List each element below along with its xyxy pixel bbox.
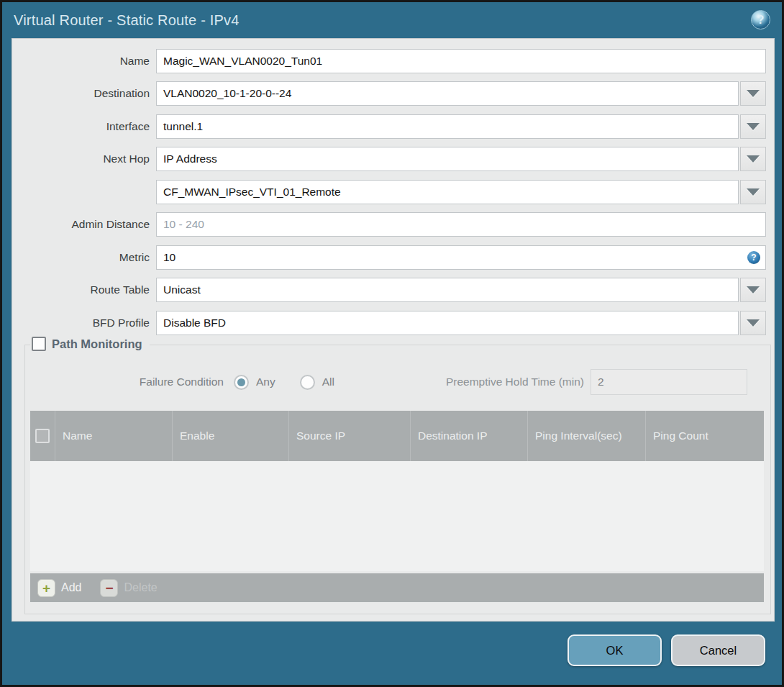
route-table-label: Route Table: [12, 278, 156, 302]
admin-distance-label: Admin Distance: [12, 212, 156, 237]
failure-condition-any-radio[interactable]: [234, 375, 249, 390]
form-panel: Name Destination Interface: [12, 38, 775, 622]
column-header-destination-ip: Destination IP: [411, 411, 528, 461]
preemptive-hold-label: Preemptive Hold Time (min): [446, 376, 591, 388]
column-header-name: Name: [55, 411, 173, 461]
name-row: Name: [12, 49, 766, 73]
metric-row: Metric ?: [12, 245, 766, 270]
admin-distance-row: Admin Distance: [12, 212, 766, 237]
failure-condition-label: Failure Condition: [25, 376, 225, 388]
add-button-label: Add: [61, 581, 81, 594]
chevron-down-icon: [747, 188, 760, 196]
column-header-enable: Enable: [173, 411, 289, 461]
interface-dropdown-button[interactable]: [740, 114, 766, 139]
next-hop-dropdown-button[interactable]: [740, 147, 766, 171]
bfd-profile-label: BFD Profile: [12, 311, 156, 335]
name-label: Name: [12, 49, 156, 73]
table-body: [30, 461, 764, 571]
minus-icon: −: [105, 581, 113, 595]
route-table-dropdown-button[interactable]: [740, 278, 766, 302]
failure-condition-all-label: All: [322, 376, 334, 388]
route-table-input[interactable]: [156, 278, 739, 302]
help-icon[interactable]: ?: [751, 10, 770, 29]
chevron-down-icon: [747, 319, 760, 327]
next-hop-type-input[interactable]: [156, 147, 739, 171]
destination-row: Destination: [12, 81, 766, 106]
select-all-checkbox[interactable]: [35, 429, 50, 443]
path-monitoring-checkbox[interactable]: [32, 337, 46, 351]
delete-button-label: Delete: [124, 581, 157, 594]
dialog-title: Virtual Router - Static Route - IPv4: [14, 2, 240, 38]
static-route-dialog: Virtual Router - Static Route - IPv4 ? N…: [0, 0, 784, 687]
table-toolbar: + Add − Delete: [30, 573, 764, 602]
chevron-down-icon: [747, 286, 760, 294]
destination-dropdown-button[interactable]: [740, 81, 766, 106]
bfd-profile-row: BFD Profile: [12, 311, 766, 335]
select-all-cell: [30, 411, 55, 461]
name-input[interactable]: [156, 49, 766, 73]
add-button[interactable]: + Add: [37, 579, 81, 597]
failure-condition-all-radio[interactable]: [300, 375, 315, 390]
bfd-profile-input[interactable]: [156, 311, 739, 335]
dialog-titlebar: Virtual Router - Static Route - IPv4 ?: [2, 2, 782, 38]
chevron-down-icon: [747, 90, 760, 97]
next-hop-address-input[interactable]: [156, 180, 739, 204]
next-hop-row: Next Hop: [12, 147, 766, 171]
route-table-row: Route Table: [12, 278, 766, 302]
next-hop-address-row: [12, 180, 766, 204]
failure-condition-row: Failure Condition Any All Preemptive Hol…: [25, 373, 770, 391]
preemptive-hold-input: [591, 369, 747, 395]
column-header-ping-count: Ping Count: [646, 411, 764, 461]
path-monitoring-title: Path Monitoring: [52, 337, 142, 351]
metric-label: Metric: [12, 245, 156, 270]
info-icon: ?: [747, 251, 760, 264]
delete-button: − Delete: [100, 579, 157, 597]
preemptive-hold-field: Preemptive Hold Time (min): [446, 369, 747, 395]
ok-button[interactable]: OK: [568, 634, 662, 666]
destination-input[interactable]: [156, 81, 739, 106]
path-monitoring-table: Name Enable Source IP Destination IP Pin…: [30, 411, 764, 602]
path-monitoring-group: Path Monitoring Failure Condition Any Al…: [24, 345, 771, 614]
next-hop-label: Next Hop: [12, 147, 156, 171]
next-hop-address-dropdown-button[interactable]: [740, 180, 766, 204]
chevron-down-icon: [747, 123, 760, 130]
interface-label: Interface: [12, 114, 156, 139]
admin-distance-input[interactable]: [156, 212, 766, 237]
column-header-ping-interval: Ping Interval(sec): [528, 411, 646, 461]
plus-icon: +: [42, 581, 50, 595]
metric-input[interactable]: [156, 245, 766, 270]
cancel-button[interactable]: Cancel: [671, 634, 765, 666]
bfd-profile-dropdown-button[interactable]: [740, 311, 766, 335]
table-header: Name Enable Source IP Destination IP Pin…: [30, 411, 764, 461]
destination-label: Destination: [12, 81, 156, 106]
column-header-source-ip: Source IP: [289, 411, 411, 461]
path-monitoring-legend: Path Monitoring: [30, 337, 150, 351]
interface-row: Interface: [12, 114, 766, 139]
chevron-down-icon: [747, 155, 760, 163]
failure-condition-any-label: Any: [256, 376, 275, 388]
interface-input[interactable]: [156, 114, 739, 139]
